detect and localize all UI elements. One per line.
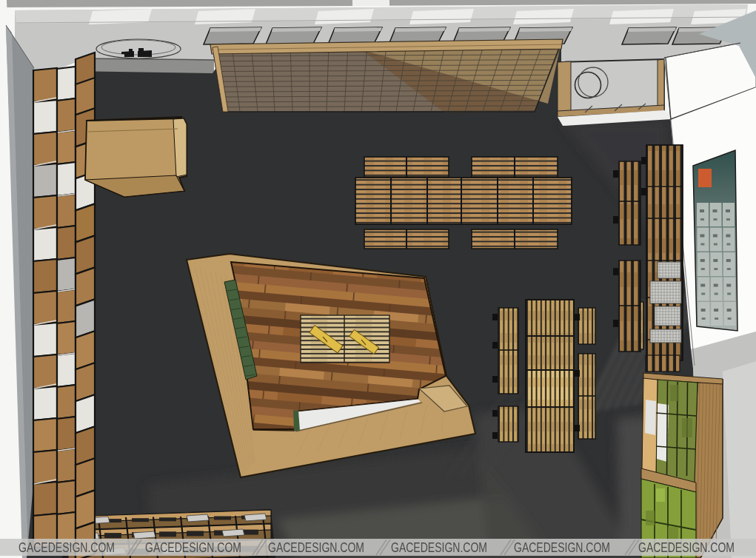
svg-text:GACEDESIGN.COM: GACEDESIGN.COM bbox=[145, 539, 241, 555]
svg-text:GACEDESIGN.COM: GACEDESIGN.COM bbox=[638, 539, 735, 555]
svg-text:GACEDESIGN.COM: GACEDESIGN.COM bbox=[514, 539, 610, 555]
svg-text:GACEDESIGN.COM: GACEDESIGN.COM bbox=[268, 539, 364, 555]
svg-text:GACEDESIGN.COM: GACEDESIGN.COM bbox=[391, 539, 487, 555]
svg-text:GACEDESIGN.COM: GACEDESIGN.COM bbox=[19, 539, 115, 555]
